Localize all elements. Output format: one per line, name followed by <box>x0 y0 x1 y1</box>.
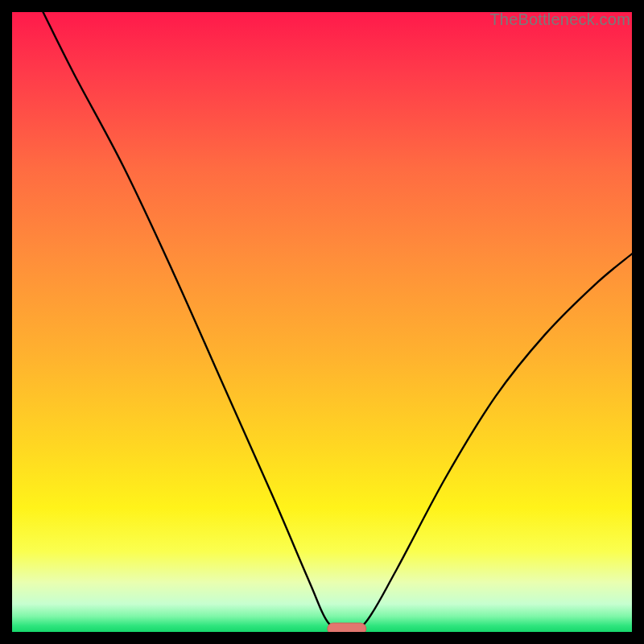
chart-background-gradient <box>12 12 632 632</box>
watermark-label: TheBottleneck.com <box>489 10 630 29</box>
chart-frame: TheBottleneck.com <box>12 12 632 632</box>
chart-svg <box>12 12 632 632</box>
optimal-point-marker <box>328 623 366 632</box>
